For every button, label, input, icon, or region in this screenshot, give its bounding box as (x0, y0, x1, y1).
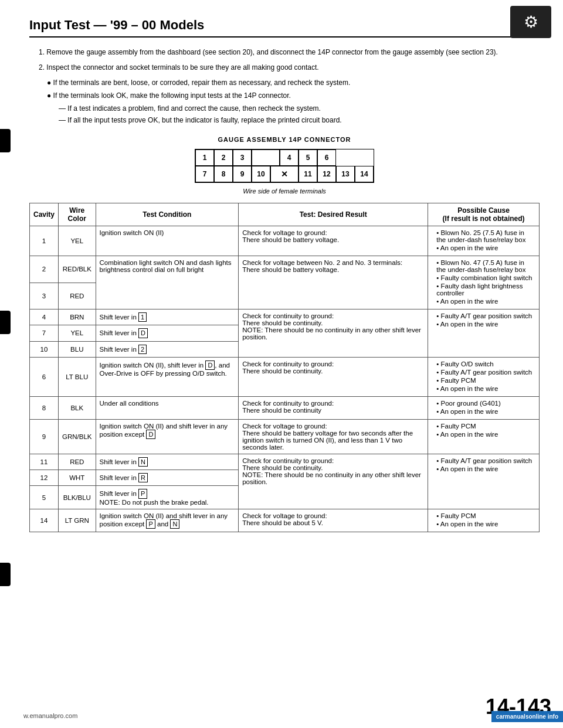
connector-cell-empty1 (252, 149, 280, 166)
table-row: 8 BLK Under all conditions Check for con… (30, 396, 540, 419)
td-cavity: 1 (30, 226, 59, 256)
page-footer: w.emanualpro.com 14-143 (0, 695, 563, 719)
td-wire-color: GRN/BLK (59, 419, 96, 454)
td-test-condition: Shift lever in R (96, 470, 239, 486)
connector-title: GAUGE ASSEMBLY 14P CONNECTOR (29, 136, 540, 143)
connector-cell-14: 14 (355, 166, 374, 182)
dash2-text: — If all the input tests prove OK, but t… (59, 115, 540, 125)
table-row: 2 RED/BLK Combination light switch ON an… (30, 256, 540, 283)
td-desired-result: Check for voltage to ground:There should… (239, 419, 428, 454)
table-row: 1 YEL Ignition switch ON (II) Check for … (30, 226, 540, 256)
th-wire-color: WireColor (59, 203, 96, 226)
connector-cell-4: 4 (280, 149, 299, 166)
connector-diagram: 1 2 3 4 5 6 7 8 9 10 ✕ 11 12 13 14 (195, 149, 374, 183)
connector-cell-5: 5 (299, 149, 317, 166)
td-wire-color: YEL (59, 325, 96, 341)
th-possible-cause: Possible Cause(If result is not obtained… (428, 203, 540, 226)
connector-cell-3: 3 (233, 149, 252, 166)
connector-cell-9: 9 (233, 166, 252, 182)
table-header-row: Cavity WireColor Test Condition Test: De… (30, 203, 540, 226)
td-wire-color: BRN (59, 309, 96, 325)
connector-cell-6: 6 (317, 149, 336, 166)
td-possible-cause: Faulty PCM An open in the wire (428, 419, 540, 454)
boxed-N2: N (170, 519, 179, 529)
td-wire-color: LT GRN (59, 509, 96, 532)
footer-url: w.emanualpro.com (23, 712, 77, 719)
td-possible-cause: Faulty O/D switch Faulty A/T gear positi… (428, 357, 540, 396)
td-possible-cause: Faulty A/T gear position switch An open … (428, 454, 540, 509)
boxed-2: 2 (138, 345, 147, 354)
step1-text: 1. Remove the gauge assembly from the da… (39, 47, 540, 57)
table-row: 6 LT BLU Ignition switch ON (II), shift … (30, 357, 540, 396)
connector-cell-7: 7 (195, 166, 214, 182)
left-tab-2 (0, 311, 11, 334)
td-cavity: 14 (30, 509, 59, 532)
td-cavity: 10 (30, 341, 59, 357)
page-container: ⚙ Input Test — '99 – 00 Models 1. Remove… (0, 0, 563, 728)
left-tab-1 (0, 129, 11, 152)
connector-cell-10: 10 (252, 166, 270, 182)
connector-cell-12: 12 (317, 166, 336, 182)
td-wire-color: BLK/BLU (59, 486, 96, 509)
td-test-condition: Shift lever in PNOTE: Do not push the br… (96, 486, 239, 509)
td-wire-color: YEL (59, 226, 96, 256)
td-test-condition: Shift lever in N (96, 454, 239, 470)
th-desired-result: Test: Desired Result (239, 203, 428, 226)
page-title: Input Test — '99 – 00 Models (29, 18, 204, 32)
td-test-condition: Ignition switch ON (II) (96, 226, 239, 256)
td-test-condition: Combination light switch ON and dash lig… (96, 256, 239, 309)
connector-section: GAUGE ASSEMBLY 14P CONNECTOR 1 2 3 4 5 6… (29, 136, 540, 195)
td-desired-result: Check for voltage between No. 2 and No. … (239, 256, 428, 309)
carmanualsonline-logo: carmanualsonline info (491, 711, 563, 722)
connector-bottom-row: 7 8 9 10 ✕ 11 12 13 14 (195, 166, 374, 182)
connector-top-row: 1 2 3 4 5 6 (195, 149, 374, 166)
table-row: 9 GRN/BLK Ignition switch ON (II) and sh… (30, 419, 540, 454)
th-test-condition: Test Condition (96, 203, 239, 226)
td-wire-color: WHT (59, 470, 96, 486)
boxed-D3: D (146, 430, 155, 439)
td-possible-cause: Faulty A/T gear position switch An open … (428, 309, 540, 358)
td-wire-color: RED/BLK (59, 256, 96, 283)
td-desired-result: Check for continuity to ground:There sho… (239, 309, 428, 358)
connector-cell-2: 2 (214, 149, 233, 166)
td-test-condition: Shift lever in 1 (96, 309, 239, 325)
table-row: 11 RED Shift lever in N Check for contin… (30, 454, 540, 470)
td-cavity: 5 (30, 486, 59, 509)
table-row: 14 LT GRN Ignition switch ON (II) and sh… (30, 509, 540, 532)
dash1-text: — If a test indicates a problem, find an… (59, 103, 540, 114)
td-cavity: 11 (30, 454, 59, 470)
boxed-D1: D (138, 328, 148, 338)
connector-cell-13: 13 (336, 166, 355, 182)
main-table: Cavity WireColor Test Condition Test: De… (29, 203, 540, 532)
step2-text: 2. Inspect the connector and socket term… (39, 62, 540, 73)
td-possible-cause: Poor ground (G401) An open in the wire (428, 396, 540, 419)
bullet2-text: ● If the terminals look OK, make the fol… (47, 90, 540, 101)
td-wire-color: BLK (59, 396, 96, 419)
td-cavity: 3 (30, 283, 59, 309)
connector-cell-x: ✕ (270, 166, 299, 182)
td-cavity: 8 (30, 396, 59, 419)
td-wire-color: RED (59, 283, 96, 309)
boxed-P1: P (138, 489, 147, 498)
boxed-1: 1 (138, 312, 147, 322)
td-test-condition: Ignition switch ON (II) and shift lever … (96, 419, 239, 454)
td-test-condition: Ignition switch ON (II), shift lever in … (96, 357, 239, 396)
top-logo: ⚙ (510, 6, 551, 38)
connector-cell-1: 1 (195, 149, 214, 166)
gear-icon: ⚙ (524, 12, 538, 32)
td-desired-result: Check for continuity to ground:There sho… (239, 396, 428, 419)
td-test-condition: Shift lever in D (96, 325, 239, 341)
left-tab-3 (0, 563, 11, 586)
td-cavity: 6 (30, 357, 59, 396)
td-wire-color: BLU (59, 341, 96, 357)
td-test-condition: Ignition switch ON (II) and shift lever … (96, 509, 239, 532)
td-possible-cause: Blown No. 25 (7.5 A) fuse in the under-d… (428, 226, 540, 256)
td-desired-result: Check for voltage to ground:There should… (239, 226, 428, 256)
bullet1-text: ● If the terminals are bent, loose, or c… (47, 77, 540, 88)
td-test-condition: Under all conditions (96, 396, 239, 419)
td-cavity: 9 (30, 419, 59, 454)
td-possible-cause: Blown No. 47 (7.5 A) fuse in the under-d… (428, 256, 540, 309)
boxed-D2: D (205, 360, 215, 370)
td-possible-cause: Faulty PCM An open in the wire (428, 509, 540, 532)
td-desired-result: Check for continuity to ground:There sho… (239, 357, 428, 396)
